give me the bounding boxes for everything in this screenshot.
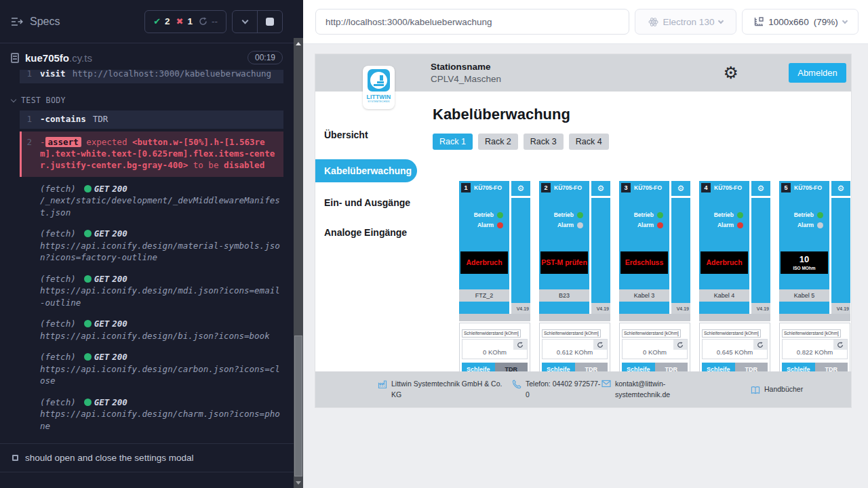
email-icon [601, 380, 611, 388]
contains-command-row[interactable]: 1 -containsTDR [20, 110, 283, 129]
spec-file-row[interactable]: kue705fo .cy.ts 00:19 [0, 43, 294, 70]
app-main: Kabelüberwachung Rack 1 Rack 2 Rack 3 Ra… [420, 92, 851, 371]
fetch-row[interactable]: (fetch)GET200 https://api.iconify.design… [20, 392, 283, 437]
rack-tab[interactable]: Rack 1 [433, 134, 473, 150]
sidebar-item[interactable]: Analoge Eingänge [315, 227, 420, 238]
scrollbar-thumb[interactable] [294, 336, 302, 476]
test-body-header[interactable]: TEST BODY [12, 96, 283, 105]
alarm-label: Alarm [797, 222, 814, 228]
fetch-status: 200 [112, 318, 127, 330]
resistance-value: 0.645 KOhm [703, 348, 767, 356]
tdr-button[interactable]: TDR [735, 363, 768, 371]
tdr-button[interactable]: TDR [495, 363, 528, 371]
schleife-button[interactable]: Schleife [462, 363, 495, 371]
slot-number-badge: 4 [701, 183, 711, 192]
viewport-size-icon [753, 17, 764, 26]
device-model: KÜ705-FO [554, 184, 582, 191]
divider [699, 314, 770, 321]
fetch-row[interactable]: (fetch)GET200 https://api.iconify.design… [20, 346, 283, 392]
device-model: KÜ705-FO [474, 184, 502, 191]
alarm-led [577, 222, 583, 228]
littwin-logo: LITTWIN SYSTEMTECHNIK [363, 66, 395, 109]
sidebar-item[interactable]: Ein- und Ausgänge [315, 197, 420, 208]
schleife-button[interactable]: Schleife [622, 363, 655, 371]
fetch-row[interactable]: (fetch)GET200 https://api.iconify.design… [20, 313, 283, 346]
slot-number-badge: 3 [621, 183, 631, 192]
refresh-icon [837, 342, 844, 348]
card-gear-icon[interactable]: ⚙ [511, 181, 530, 196]
device-card: 1 KÜ705-FO Betrieb Alarm [459, 181, 530, 371]
cypress-panel: Specs ✔2 ✖1 -- kue705fo .cy.ts 00:19 [0, 0, 294, 488]
visit-command-row[interactable]: 1 visithttp://localhost:3000/kabelueberw… [20, 70, 283, 83]
device-card: 5 KÜ705-FO Betrieb Alarm [779, 181, 850, 371]
fetch-url: https://api.iconify.design/material-symb… [40, 241, 280, 263]
fetch-status: 200 [112, 273, 127, 285]
preview-pane: Electron 130 1000x660 (79%) LITTWIN SYST… [303, 0, 868, 488]
resistance-readout: 0 KOhm [622, 339, 688, 359]
card-gear-icon[interactable]: ⚙ [671, 181, 690, 196]
browser-select[interactable]: Electron 130 [635, 9, 736, 35]
betrieb-led [657, 212, 663, 218]
cable-name: FTZ_2 [459, 289, 509, 302]
status-display: 10 ISO MOhm [781, 251, 828, 274]
viewport-zoom: (79%) [814, 17, 838, 27]
success-dot-icon [84, 320, 92, 327]
resistance-value: 0 KOhm [462, 348, 527, 356]
tdr-button[interactable]: TDR [815, 363, 848, 371]
fetch-row[interactable]: (fetch)GET200 https://api.iconify.design… [20, 223, 283, 268]
schleife-button[interactable]: Schleife [542, 363, 575, 371]
fetch-row[interactable]: (fetch)GET200 https://api.iconify.design… [20, 268, 283, 314]
resistance-value: 0 KOhm [623, 348, 687, 356]
tdr-button[interactable]: TDR [575, 363, 608, 371]
sidebar-item[interactable]: Übersicht [315, 129, 420, 140]
rack-tab[interactable]: Rack 3 [524, 134, 564, 150]
line-number: 2 [22, 137, 40, 171]
phone-icon [512, 380, 521, 389]
card-gear-icon[interactable]: ⚙ [831, 181, 850, 196]
assert-failed-row[interactable]: 2 -assert expected <button.w-[50%].h-[1.… [20, 131, 283, 177]
slot-number-badge: 2 [541, 183, 551, 192]
card-gear-icon[interactable]: ⚙ [751, 181, 770, 196]
fetch-method: GET [94, 396, 110, 409]
spec-file-icon [11, 53, 19, 63]
specs-toggle[interactable]: Specs [11, 16, 60, 28]
settings-gear-icon[interactable]: ⚙ [724, 64, 738, 81]
logout-button[interactable]: Abmelden [789, 63, 846, 83]
resistance-readout: 0.822 KOhm [782, 339, 848, 359]
success-dot-icon [84, 230, 92, 237]
chevron-down-icon [241, 17, 248, 24]
viewport-select[interactable]: 1000x660 (79%) [742, 9, 859, 35]
footer-company: Littwin Systemtechnik GmbH & Co. KG [378, 379, 512, 401]
resistance-value: 0.822 KOhm [783, 348, 847, 356]
collapse-button[interactable] [233, 11, 257, 33]
rack-tab[interactable]: Rack 2 [478, 134, 518, 150]
preview-toolbar: Electron 130 1000x660 (79%) [303, 0, 868, 44]
resistance-readout: 0.645 KOhm [702, 339, 768, 359]
panel-scrollbar[interactable] [294, 0, 303, 488]
fetch-row[interactable]: (fetch)GET200 /_next/static/development/… [20, 178, 283, 224]
tdr-button[interactable]: TDR [655, 363, 688, 371]
rack-tab[interactable]: Rack 4 [569, 134, 609, 150]
logo-icon [368, 69, 390, 92]
url-input[interactable] [315, 9, 629, 35]
footer-manuals[interactable]: Handbücher [751, 384, 803, 395]
sidebar-item[interactable]: Kabelüberwachung [315, 159, 417, 182]
card-gear-icon[interactable]: ⚙ [591, 181, 610, 196]
betrieb-led [817, 212, 823, 218]
stop-button[interactable] [258, 11, 282, 33]
scroll-up-arrow[interactable] [296, 42, 301, 45]
schleife-button[interactable]: Schleife [702, 363, 735, 371]
alarm-label: Alarm [477, 222, 494, 228]
failed-icon: ✖ [176, 16, 184, 26]
assert-badge: assert [45, 137, 81, 147]
device-model: KÜ705-FO [714, 184, 742, 191]
assert-tobe: to be [193, 160, 219, 170]
fetch-log: (fetch)GET200 /_next/static/development/… [20, 177, 283, 437]
scroll-down-arrow[interactable] [296, 481, 301, 485]
schleife-button[interactable]: Schleife [782, 363, 815, 371]
browser-label: Electron 130 [663, 17, 715, 27]
pending-test-row[interactable]: should open and close the settings modal [0, 443, 294, 472]
line-number: 1 [20, 70, 40, 80]
firmware-version: V4.19 [671, 303, 690, 314]
test-stats[interactable]: ✔2 ✖1 -- [144, 10, 226, 33]
